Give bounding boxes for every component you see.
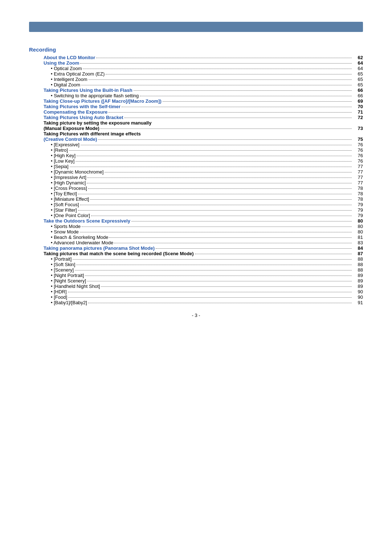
toc-dots <box>77 156 352 156</box>
toc-page: 79 <box>353 202 363 207</box>
toc-page: 80 <box>353 218 363 224</box>
toc-page: 88 <box>353 256 363 262</box>
toc-page: 65 <box>353 71 363 77</box>
toc-entry: • [Dynamic Monochrome]77 <box>29 169 363 175</box>
toc-page: 77 <box>353 164 363 169</box>
toc-dots <box>91 216 352 216</box>
toc-label: Taking Pictures Using Auto Bracket <box>44 115 123 120</box>
toc-dots <box>69 150 352 151</box>
toc-page: 76 <box>353 158 363 164</box>
toc-entry: About the LCD Monitor62 <box>29 55 363 60</box>
toc-dots <box>87 183 352 183</box>
toc-label: (Manual Exposure Mode) <box>44 126 99 131</box>
toc-entry: Taking Pictures Using the Built-in Flash… <box>29 87 363 93</box>
toc-page: 64 <box>353 60 363 66</box>
toc-page: 77 <box>353 169 363 175</box>
toc-page: 65 <box>353 77 363 82</box>
toc-entry: • [Sepia]77 <box>29 164 363 169</box>
toc-label: Compensating the Exposure <box>44 109 107 115</box>
toc-page: 84 <box>353 245 363 251</box>
toc-dots <box>131 221 352 221</box>
toc-label: (Creative Control Mode) <box>44 137 97 142</box>
toc-page: 77 <box>353 175 363 180</box>
toc-entry: • [Portrait]88 <box>29 256 363 262</box>
toc-label: Taking pictures that match the scene bei… <box>44 251 194 256</box>
toc-label: • [Dynamic Monochrome] <box>51 169 103 175</box>
toc-page: 81 <box>353 235 363 240</box>
toc-page: 72 <box>353 115 363 120</box>
toc-page: 79 <box>353 207 363 213</box>
toc-dots <box>87 178 352 178</box>
toc-page: 78 <box>353 186 363 191</box>
toc-page: 62 <box>353 55 363 60</box>
toc-entry: • [HDR]90 <box>29 289 363 294</box>
toc-page: 70 <box>353 104 363 109</box>
toc-dots <box>80 63 352 64</box>
toc-dots <box>96 58 352 58</box>
toc-page: 64 <box>353 66 363 71</box>
toc-label: • [Cross Process] <box>51 186 87 191</box>
toc-label: • Advanced Underwater Mode <box>51 240 113 245</box>
toc-entry: • [One Point Color]79 <box>29 213 363 218</box>
toc-entry: Using the Zoom64 <box>29 60 363 66</box>
toc-dots <box>83 69 352 69</box>
toc-entry: • [High Dynamic]77 <box>29 180 363 186</box>
toc-page: 90 <box>353 294 363 300</box>
toc-label: • [Low Key] <box>51 158 74 164</box>
toc-label: • [Sepia] <box>51 164 69 169</box>
toc-page: 89 <box>353 273 363 278</box>
toc-entry: • [Miniature Effect]78 <box>29 196 363 202</box>
toc-dots <box>80 205 352 205</box>
toc-entry: Taking panorama pictures (Panorama Shot … <box>29 245 363 251</box>
toc-dots <box>122 107 352 107</box>
toc-page: 87 <box>353 251 363 256</box>
toc-entry: Taking Pictures with different image eff… <box>29 131 363 137</box>
toc-label: • [Expressive] <box>51 142 79 147</box>
toc-dots <box>78 210 352 211</box>
toc-dots <box>81 145 352 145</box>
toc-label: Taking picture by setting the exposure m… <box>44 120 151 126</box>
toc-label: • [High Key] <box>51 153 75 158</box>
toc-label: • Optical Zoom <box>51 66 82 71</box>
toc-page: 83 <box>353 240 363 245</box>
toc-dots <box>109 112 352 113</box>
toc-dots <box>134 90 352 91</box>
toc-page: 80 <box>353 229 363 235</box>
toc-entry: • [Impressive Art]77 <box>29 175 363 180</box>
toc-page: 76 <box>353 147 363 153</box>
toc-entry: Take the Outdoors Scene Expressively80 <box>29 218 363 224</box>
toc-entry: (Manual Exposure Mode)73 <box>29 126 363 131</box>
toc-dots <box>88 303 352 303</box>
toc-entry: • Sports Mode80 <box>29 224 363 229</box>
toc-dots <box>106 74 352 74</box>
toc-label: • [HDR] <box>51 289 67 294</box>
toc-entry: (Creative Control Mode)75 <box>29 137 363 142</box>
toc-entry: • [Star Filter]79 <box>29 207 363 213</box>
toc-page: 88 <box>353 262 363 267</box>
toc-dots <box>68 292 352 292</box>
toc-entry: • [Scenery]88 <box>29 267 363 273</box>
toc-entry: Taking Pictures with the Self-timer70 <box>29 104 363 109</box>
toc-dots <box>75 270 352 270</box>
toc-dots <box>76 265 352 265</box>
toc-entry: • [Baby1]/[Baby2]91 <box>29 300 363 305</box>
toc-label: • [Star Filter] <box>51 207 77 213</box>
toc-entry: • Digital Zoom65 <box>29 82 363 87</box>
toc-label: • [Soft Skin] <box>51 262 75 267</box>
toc-page: 90 <box>353 289 363 294</box>
top-bar <box>29 22 363 32</box>
toc-entry: • Intelligent Zoom65 <box>29 77 363 82</box>
toc-entry: • Switching to the appropriate flash set… <box>29 93 363 98</box>
toc-page: 76 <box>353 142 363 147</box>
toc-label: • [Miniature Effect] <box>51 196 89 202</box>
toc-page: 69 <box>353 98 363 104</box>
toc-dots <box>163 101 352 102</box>
toc-dots <box>101 286 352 287</box>
toc-page: 91 <box>353 300 363 305</box>
toc-label: • Sports Mode <box>51 224 81 229</box>
toc-dots <box>70 167 352 167</box>
toc-dots <box>90 199 352 200</box>
toc-page: 66 <box>353 93 363 98</box>
toc-list: About the LCD Monitor62Using the Zoom64•… <box>29 55 363 305</box>
toc-entry: • [Night Scenery]89 <box>29 278 363 284</box>
